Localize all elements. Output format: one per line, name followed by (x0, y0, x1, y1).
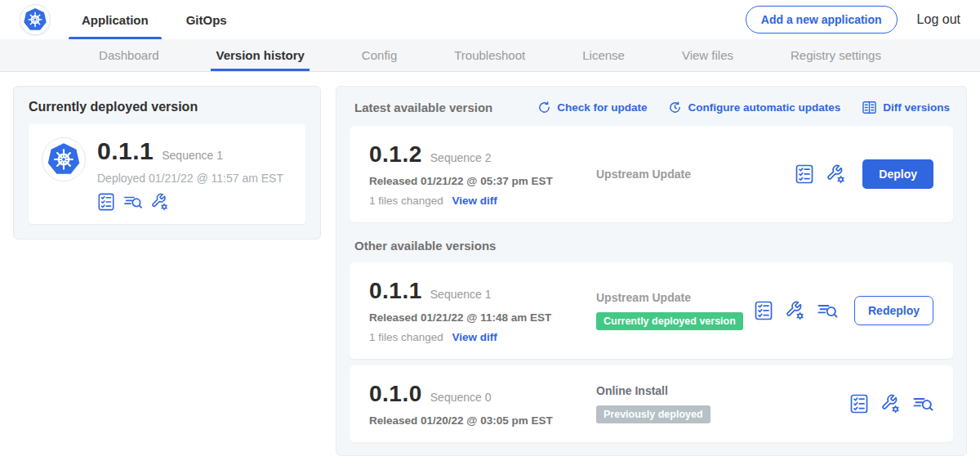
tab-registry-settings[interactable]: Registry settings (786, 39, 886, 71)
top-nav-tabs: Application GitOps (69, 0, 252, 39)
app-subnav: Dashboard Version history Config Trouble… (0, 39, 980, 72)
tab-dashboard[interactable]: Dashboard (94, 39, 163, 71)
tab-license[interactable]: License (577, 39, 630, 71)
version-actions: Deploy (795, 159, 933, 189)
tab-application[interactable]: Application (69, 0, 162, 39)
refresh-icon (537, 101, 551, 114)
version-card-0-1-0: 0.1.0 Sequence 0 Released 01/20/22 @ 03:… (350, 365, 953, 442)
deploy-button[interactable]: Deploy (862, 159, 933, 189)
currently-deployed-badge: Currently deployed version (596, 312, 743, 330)
check-for-update-link[interactable]: Check for update (537, 101, 647, 114)
version-status: Upstream Update (583, 168, 795, 181)
redeploy-button[interactable]: Redeploy (854, 296, 933, 325)
view-diff-link[interactable]: View diff (452, 331, 497, 343)
deployed-timestamp: Deployed 01/21/22 @ 11:57 am EST (97, 172, 283, 185)
deployed-sequence-label: Sequence 1 (162, 149, 223, 162)
version-actions: Redeploy (754, 296, 933, 325)
edit-config-icon[interactable] (881, 394, 901, 414)
sequence-label: Sequence 1 (430, 288, 492, 301)
version-status: Online Install Previously deployed (583, 384, 849, 423)
version-number: 0.1.1 (369, 278, 422, 304)
diff-versions-link[interactable]: Diff versions (862, 100, 950, 115)
top-header: Application GitOps Add a new application… (0, 0, 980, 39)
preflight-checklist-icon[interactable] (849, 394, 869, 414)
latest-available-title: Latest available version (354, 101, 492, 114)
tab-version-history[interactable]: Version history (211, 39, 309, 71)
kubernetes-logo-icon (20, 4, 51, 35)
deployed-version-card: 0.1.1 Sequence 1 Deployed 01/21/22 @ 11:… (29, 124, 305, 224)
version-source-label: Upstream Update (596, 168, 795, 181)
edit-config-icon[interactable] (826, 164, 846, 184)
tab-config[interactable]: Config (357, 39, 402, 71)
configure-automatic-updates-label: Configure automatic updates (688, 101, 840, 114)
edit-config-icon[interactable] (786, 301, 805, 320)
currently-deployed-card: Currently deployed version 0.1.1 Sequenc… (13, 86, 321, 239)
version-status: Upstream Update Currently deployed versi… (583, 291, 754, 330)
version-actions (849, 394, 933, 414)
files-changed-label: 1 files changed (369, 331, 443, 343)
sequence-label: Sequence 2 (430, 151, 492, 164)
version-info: 0.1.1 Sequence 1 Released 01/21/22 @ 11:… (369, 278, 583, 343)
add-new-application-button[interactable]: Add a new application (746, 6, 898, 34)
deploy-logs-icon[interactable] (913, 394, 933, 414)
sequence-label: Sequence 0 (430, 391, 492, 404)
other-available-versions-title: Other available versions (354, 239, 953, 253)
deploy-logs-icon[interactable] (817, 301, 838, 320)
version-info: 0.1.2 Sequence 2 Released 01/21/22 @ 05:… (369, 141, 583, 207)
available-versions-panel: Latest available version Check for updat… (336, 86, 967, 456)
check-for-update-label: Check for update (557, 101, 647, 114)
files-changed-row: 1 files changed View diff (369, 195, 583, 207)
logout-button[interactable]: Log out (917, 12, 960, 27)
version-number: 0.1.0 (369, 381, 422, 407)
edit-config-icon[interactable] (151, 193, 169, 211)
currently-deployed-title: Currently deployed version (29, 100, 305, 114)
version-card-0-1-1: 0.1.1 Sequence 1 Released 01/21/22 @ 11:… (350, 262, 953, 359)
files-changed-label: 1 files changed (369, 195, 443, 207)
released-timestamp: Released 01/21/22 @ 11:48 am EST (369, 311, 583, 324)
kubernetes-app-icon (42, 137, 86, 181)
version-info: 0.1.0 Sequence 0 Released 01/20/22 @ 03:… (369, 381, 583, 427)
auto-update-clock-icon (668, 101, 682, 114)
version-number: 0.1.2 (369, 141, 422, 168)
released-timestamp: Released 01/21/22 @ 05:37 pm EST (369, 175, 583, 187)
diff-columns-icon (862, 100, 877, 115)
version-source-label: Online Install (596, 384, 849, 397)
view-diff-link[interactable]: View diff (452, 195, 497, 207)
tab-gitops[interactable]: GitOps (173, 0, 240, 39)
deployed-version-number: 0.1.1 (97, 137, 154, 165)
panel-header: Latest available version Check for updat… (350, 98, 953, 115)
deploy-logs-icon[interactable] (123, 193, 143, 211)
panel-actions: Check for update Configure automatic upd… (537, 100, 950, 115)
main-content: Currently deployed version 0.1.1 Sequenc… (0, 72, 980, 456)
previously-deployed-badge: Previously deployed (596, 405, 710, 423)
deployed-version-actions (97, 193, 283, 211)
released-timestamp: Released 01/20/22 @ 03:05 pm EST (369, 414, 583, 427)
tab-view-files[interactable]: View files (677, 39, 738, 71)
version-source-label: Upstream Update (596, 291, 754, 304)
deployed-version-info: 0.1.1 Sequence 1 Deployed 01/21/22 @ 11:… (97, 137, 283, 211)
preflight-checklist-icon[interactable] (97, 193, 115, 211)
version-card-0-1-2: 0.1.2 Sequence 2 Released 01/21/22 @ 05:… (350, 126, 953, 222)
header-actions: Add a new application Log out (746, 6, 960, 34)
tab-troubleshoot[interactable]: Troubleshoot (449, 39, 530, 71)
preflight-checklist-icon[interactable] (754, 301, 773, 320)
configure-automatic-updates-link[interactable]: Configure automatic updates (668, 101, 840, 114)
diff-versions-label: Diff versions (883, 101, 950, 114)
files-changed-row: 1 files changed View diff (369, 331, 583, 343)
preflight-checklist-icon[interactable] (795, 164, 814, 184)
